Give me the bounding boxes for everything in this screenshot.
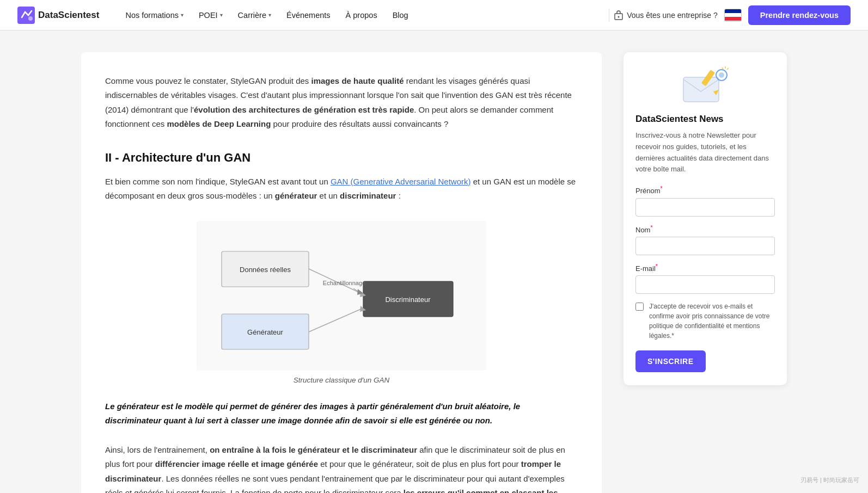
section-heading: II - Architecture d'un GAN [105,151,578,165]
flag-red-stripe [725,17,741,21]
newsletter-card: DataScientest News Inscrivez-vous à notr… [624,52,787,385]
main-content: Comme vous pouvez le constater, StyleGAN… [81,52,602,493]
nav-item-poei[interactable]: POEI ▾ [192,7,229,24]
newsletter-description: Inscrivez-vous à notre Newsletter pour r… [635,130,775,175]
consent-label: J'accepte de recevoir vos e-mails et con… [649,301,775,341]
diagram-svg: Données réelles Générateur Discriminateu… [197,221,486,371]
svg-line-22 [727,68,729,70]
diagram-caption: Structure classique d'un GAN [294,376,390,384]
enterprise-link[interactable]: Vous êtes une entreprise ? [614,10,718,20]
gan-link[interactable]: GAN (Generative Adversarial Network) [331,177,471,186]
svg-line-24 [722,67,723,69]
chevron-down-icon: ▾ [268,12,271,18]
language-flag[interactable] [724,9,742,22]
svg-point-1 [28,16,33,21]
nom-label: Nom* [635,224,775,234]
email-group: E-mail* [635,263,775,294]
nom-group: Nom* [635,224,775,255]
svg-line-15 [309,309,362,332]
section-intro-paragraph: Et bien comme son nom l'indique, StyleGA… [105,175,578,204]
nav-right: Vous êtes une entreprise ? Prendre rende… [614,5,851,25]
newsletter-icon-area [635,65,775,106]
watermark: 刃易号 | 时尚玩家岳可 [800,476,859,484]
flag-white-stripe [725,13,741,17]
newsletter-title: DataScientest News [635,114,775,125]
svg-point-3 [618,16,620,17]
logo-icon [17,7,35,24]
email-input[interactable] [635,275,775,294]
subscribe-button[interactable]: S'INSCRIRE [635,350,706,372]
cta-button[interactable]: Prendre rendez-vous [748,5,851,25]
chevron-down-icon: ▾ [220,12,223,18]
prenom-input[interactable] [635,198,775,217]
blockquote: Le générateur est le modèle qui permet d… [105,399,578,428]
navbar: DataScientest Nos formations ▾ POEI ▾ Ca… [0,0,868,30]
nav-item-formations[interactable]: Nos formations ▾ [119,7,190,24]
email-label: E-mail* [635,263,775,273]
prenom-group: Prénom* [635,185,775,216]
svg-text:Echantillonnage: Echantillonnage [323,280,365,286]
chevron-down-icon: ▾ [181,12,184,18]
svg-text:Générateur: Générateur [247,328,283,336]
nav-item-blog[interactable]: Blog [386,7,415,24]
prenom-label: Prénom* [635,185,775,195]
enterprise-icon [614,10,624,20]
nav-links: Nos formations ▾ POEI ▾ Carrière ▾ Événe… [119,7,604,24]
flag-blue-stripe [725,9,741,13]
gan-diagram: Données réelles Générateur Discriminateu… [205,230,478,360]
nav-item-carriere[interactable]: Carrière ▾ [231,7,278,24]
nav-divider [609,9,609,22]
nav-item-apropos[interactable]: À propos [339,7,384,24]
newsletter-illustration [681,65,730,106]
intro-paragraph: Comme vous pouvez le constater, StyleGAN… [105,74,578,131]
sidebar: DataScientest News Inscrivez-vous à notr… [624,52,787,385]
svg-text:Données réelles: Données réelles [240,266,291,274]
nom-input[interactable] [635,237,775,255]
logo-text: DataScientest [38,10,99,21]
diagram-container: Données réelles Générateur Discriminateu… [105,221,578,384]
svg-rect-17 [683,77,719,102]
consent-checkbox[interactable] [635,303,644,311]
logo[interactable]: DataScientest [17,7,99,24]
page-container: Comme vous pouvez le constater, StyleGAN… [64,30,804,493]
consent-group: J'accepte de recevoir vos e-mails et con… [635,301,775,341]
svg-text:Discriminateur: Discriminateur [385,295,431,304]
svg-point-21 [719,72,724,78]
bottom-paragraph: Ainsi, lors de l'entrainement, on entraî… [105,443,578,493]
nav-item-evenements[interactable]: Événements [280,7,337,24]
svg-rect-0 [17,7,35,24]
